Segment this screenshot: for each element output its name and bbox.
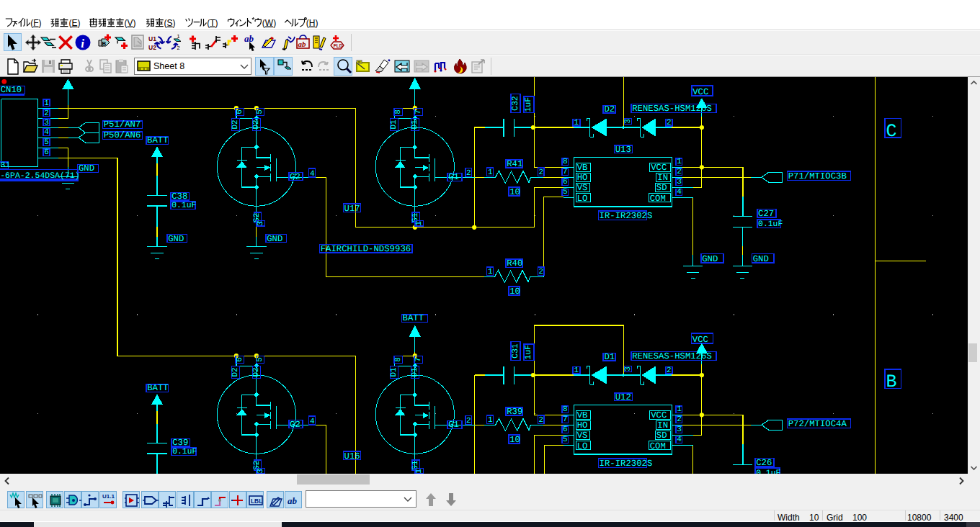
svg-text:3: 3: [44, 119, 49, 127]
svg-text:3: 3: [257, 469, 265, 474]
svg-text:3: 3: [624, 119, 633, 124]
svg-text:31: 31: [1, 161, 11, 170]
svg-text:COM: COM: [650, 441, 666, 451]
svg-text:2: 2: [44, 109, 49, 118]
svg-text:5: 5: [256, 357, 264, 362]
svg-text:2: 2: [466, 169, 471, 178]
svg-text:5: 5: [256, 109, 264, 114]
svg-text:FLD: FLD: [334, 43, 343, 48]
svg-text:C26: C26: [756, 458, 772, 468]
svg-text:P51/AN7: P51/AN7: [104, 120, 141, 130]
svg-text:8: 8: [394, 357, 403, 362]
svg-text:7: 7: [563, 168, 568, 176]
svg-text:G1: G1: [448, 420, 459, 430]
svg-text:(S): (S): [164, 18, 176, 28]
svg-text:(V): (V): [125, 18, 136, 28]
svg-text:P71/MTIOC3B: P71/MTIOC3B: [788, 171, 847, 181]
svg-text:D2: D2: [231, 367, 240, 377]
svg-text:C31: C31: [511, 343, 520, 359]
svg-text:2: 2: [539, 168, 544, 177]
svg-text:1: 1: [488, 268, 493, 276]
svg-text:VB: VB: [577, 410, 588, 420]
svg-text:VB: VB: [577, 163, 588, 173]
svg-text:P50/AN6: P50/AN6: [104, 130, 141, 140]
svg-text:6: 6: [44, 148, 49, 157]
svg-text:COM: COM: [650, 194, 666, 204]
svg-text:U13: U13: [615, 145, 631, 155]
svg-text:R39: R39: [507, 407, 522, 417]
svg-text:VS: VS: [577, 431, 588, 441]
svg-text:(H): (H): [306, 18, 318, 28]
svg-text:3: 3: [677, 178, 682, 186]
svg-text:1: 1: [677, 158, 682, 166]
svg-text:1: 1: [177, 34, 180, 40]
svg-text:IR-IR2302S: IR-IR2302S: [600, 459, 653, 469]
svg-text:C: C: [886, 121, 896, 142]
svg-text:(E): (E): [68, 18, 80, 28]
svg-text:0.1uF: 0.1uF: [172, 448, 197, 456]
svg-text:10: 10: [509, 187, 520, 197]
svg-text:1: 1: [488, 168, 493, 177]
svg-text:LO: LO: [577, 441, 588, 451]
svg-text:IN: IN: [657, 173, 668, 183]
svg-text:5: 5: [563, 188, 568, 197]
svg-text:4: 4: [310, 418, 315, 426]
svg-text:GND: GND: [267, 234, 282, 244]
svg-text:6: 6: [236, 109, 244, 114]
svg-text:2: 2: [667, 366, 672, 375]
svg-text:7: 7: [563, 415, 568, 424]
svg-text:U12: U12: [615, 392, 631, 402]
svg-text:C39: C39: [172, 438, 188, 448]
svg-text:3: 3: [677, 425, 682, 434]
svg-text:G2: G2: [290, 172, 300, 182]
svg-text:1: 1: [44, 99, 49, 108]
svg-text:2: 2: [539, 268, 544, 276]
svg-text:1: 1: [415, 221, 424, 226]
svg-text:1uF: 1uF: [525, 345, 534, 360]
svg-text:GND: GND: [79, 163, 94, 174]
svg-text:B: B: [886, 371, 896, 392]
svg-text:R41: R41: [507, 159, 522, 169]
svg-text:1uF: 1uF: [525, 97, 534, 112]
svg-text:0.1uF: 0.1uF: [758, 220, 783, 229]
svg-text:U17: U17: [344, 204, 360, 214]
svg-text:D1: D1: [411, 120, 419, 130]
svg-text:U1.1: U1.1: [102, 493, 115, 500]
svg-text:ab: ab: [244, 34, 254, 44]
svg-text:VCC: VCC: [692, 87, 708, 97]
svg-text:R40: R40: [507, 258, 522, 269]
svg-text:2: 2: [667, 119, 672, 127]
svg-text:1: 1: [677, 405, 682, 414]
svg-text:8: 8: [563, 158, 568, 166]
svg-text:GND: GND: [168, 234, 184, 244]
svg-text:FAIRCHILD-NDS9936: FAIRCHILD-NDS9936: [321, 244, 411, 254]
svg-text:0.1uF: 0.1uF: [172, 202, 196, 210]
svg-text:SD: SD: [656, 183, 667, 193]
svg-text:D2: D2: [252, 367, 261, 377]
svg-text:IN: IN: [657, 420, 668, 431]
svg-text:8: 8: [563, 405, 568, 414]
svg-text:LBL: LBL: [251, 497, 262, 505]
svg-text:P72/MTIOC4A: P72/MTIOC4A: [788, 419, 847, 429]
svg-text:C38: C38: [172, 192, 187, 202]
svg-text:D1: D1: [411, 367, 419, 377]
svg-text:B: B: [102, 40, 107, 47]
svg-text:i: i: [81, 37, 84, 50]
svg-text:C32: C32: [511, 96, 520, 111]
svg-text:(W): (W): [262, 18, 276, 28]
svg-text:1: 1: [574, 366, 579, 375]
svg-text:ab: ab: [298, 40, 307, 48]
svg-text:HO: HO: [577, 173, 588, 183]
svg-text:U16: U16: [344, 451, 360, 461]
svg-text:4: 4: [310, 170, 315, 179]
svg-text:U1: U1: [148, 35, 156, 42]
svg-text:1: 1: [488, 416, 493, 425]
svg-text:C27: C27: [758, 209, 774, 219]
svg-text:VCC: VCC: [651, 410, 667, 420]
svg-text:2: 2: [177, 45, 180, 51]
svg-text:8: 8: [394, 109, 403, 114]
svg-text:VCC: VCC: [692, 335, 708, 345]
svg-text:(F): (F): [30, 18, 41, 28]
svg-text:D1: D1: [390, 367, 398, 377]
svg-text:GND: GND: [753, 254, 769, 264]
